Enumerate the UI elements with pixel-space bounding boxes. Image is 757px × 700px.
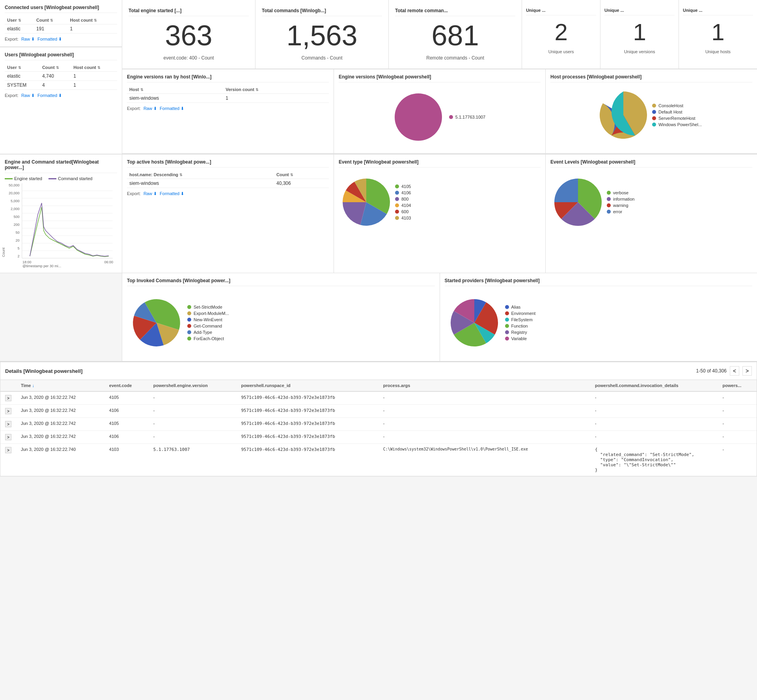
engine-versions-host-panel: Engine versions ran by host [Winlo...] H…	[122, 69, 334, 153]
connected-users-col-user[interactable]: User ⇅	[5, 16, 34, 24]
formatted-export-link[interactable]: Formatted ⬇	[37, 37, 62, 41]
detail-time-2: Jun 3, 2020 @ 16:32:22.742	[16, 405, 104, 418]
total-commands-title: Total commands [Winlogb...]	[262, 8, 382, 16]
users-col-count[interactable]: Count ⇅	[40, 63, 71, 72]
tah-formatted-link[interactable]: Formatted ⬇	[160, 191, 184, 196]
event-type-pie-chart	[341, 173, 392, 232]
unique-hosts-value: 1	[683, 19, 753, 45]
unique-hosts-label: Unique hosts	[683, 49, 753, 54]
unique-versions-panel: Unique ... 1 Unique versions	[600, 0, 679, 69]
top-active-hosts-title: Top active hosts [Winlogbeat powe...]	[127, 159, 329, 168]
tah-export-row: Export: Raw ⬇ Formatted ⬇	[127, 191, 329, 196]
unique-users-value: 2	[526, 19, 596, 45]
unique-versions-label: Unique versions	[604, 49, 675, 54]
unique-users-panel: Unique ... 2 Unique users	[522, 0, 600, 69]
users-col-user[interactable]: User ⇅	[5, 63, 40, 72]
users-col-host[interactable]: Host count ⇅	[71, 63, 117, 72]
expand-btn-2[interactable]: >	[5, 408, 11, 414]
tah-col-host[interactable]: host.name: Descending ⇅	[127, 171, 274, 179]
detail-runspace-4: 9571c109-46c6-423d-b393-972e3e1873fb	[236, 431, 378, 444]
detail-args-1: -	[378, 391, 590, 405]
col-powers[interactable]: powers...	[718, 380, 757, 391]
started-providers-legend: Alias Environment FileSystem Function Re…	[502, 302, 539, 344]
line-chart-svg	[21, 183, 113, 258]
col-time[interactable]: Time ↓	[16, 380, 104, 391]
table-row: elastic 4,740 1	[5, 72, 117, 81]
expand-btn-4[interactable]: >	[5, 434, 11, 440]
detail-powers-4: -	[718, 431, 757, 444]
total-engine-value: 363	[129, 20, 249, 51]
detail-engine-3: -	[149, 418, 237, 431]
detail-time-1: Jun 3, 2020 @ 16:32:22.742	[16, 391, 104, 405]
expand-btn-1[interactable]: >	[5, 395, 11, 401]
expand-btn-5[interactable]: >	[5, 447, 11, 453]
detail-powers-1: -	[718, 391, 757, 405]
detail-row-4: > Jun 3, 2020 @ 16:32:22.742 4106 - 9571…	[0, 431, 757, 444]
top-invoked-commands-pie-chart	[129, 291, 184, 354]
tah-col-count[interactable]: Count ⇅	[274, 171, 329, 179]
connected-users-col-count[interactable]: Count ⇅	[34, 16, 67, 24]
connected-users-col-host[interactable]: Host count ⇅	[68, 16, 117, 24]
engine-command-panel: Engine and Command started[Winlogbeat po…	[0, 155, 122, 273]
ev-export-row: Export: Raw ⬇ Formatted ⬇	[127, 106, 329, 111]
detail-args-3: -	[378, 418, 590, 431]
details-table: Time ↓ event.code powershell.engine.vers…	[0, 380, 757, 476]
ev-raw-link[interactable]: Raw ⬇	[144, 106, 157, 111]
top-invoked-commands-title: Top Invoked Commands [Winlogbeat power..…	[127, 278, 435, 286]
detail-runspace-3: 9571c109-46c6-423d-b393-972e3e1873fb	[236, 418, 378, 431]
detail-code-4: 4106	[104, 431, 149, 444]
event-levels-pie-chart	[552, 173, 604, 232]
pagination: 1-50 of 40,306 < >	[696, 366, 752, 376]
total-engine-title: Total engine started [...]	[129, 8, 249, 16]
col-engine-version[interactable]: powershell.engine.version	[149, 380, 237, 391]
detail-engine-5: 5.1.17763.1007	[149, 444, 237, 476]
ev-col-host[interactable]: Host ⇅	[127, 86, 223, 94]
table-row: SYSTEM 4 1	[5, 81, 117, 90]
details-section: Details [Winlogbeat powershell] 1-50 of …	[0, 362, 757, 477]
engine-versions-pie-panel: Engine versions [Winlogbeat powershell] …	[334, 69, 546, 153]
top-invoked-commands-panel: Top Invoked Commands [Winlogbeat power..…	[122, 273, 440, 361]
event-levels-title: Event Levels [Winlogbeat powershell]	[550, 159, 752, 168]
unique-versions-title: Unique ...	[604, 8, 675, 15]
total-commands-label: Commands - Count	[262, 55, 382, 61]
col-invocation-details[interactable]: powershell.command.invocation_details	[590, 380, 718, 391]
detail-row-3: > Jun 3, 2020 @ 16:32:22.742 4105 - 9571…	[0, 418, 757, 431]
detail-runspace-5: 9571c109-46c6-423d-b393-972e3e1873fb	[236, 444, 378, 476]
tah-raw-link[interactable]: Raw ⬇	[144, 191, 157, 196]
unique-users-title: Unique ...	[526, 8, 596, 15]
details-header-row: Time ↓ event.code powershell.engine.vers…	[0, 380, 757, 391]
detail-code-3: 4105	[104, 418, 149, 431]
col-event-code[interactable]: event.code	[104, 380, 149, 391]
pagination-text: 1-50 of 40,306	[696, 368, 727, 374]
detail-engine-1: -	[149, 391, 237, 405]
event-levels-panel: Event Levels [Winlogbeat powershell]	[546, 155, 757, 273]
export-row: Export: Raw ⬇ Formatted ⬇	[5, 37, 117, 42]
detail-args-2: -	[378, 405, 590, 418]
event-levels-legend: verbose information warning error	[604, 187, 638, 217]
total-commands-panel: Total commands [Winlogb...] 1,563 Comman…	[255, 0, 389, 69]
col-process-args[interactable]: process.args	[378, 380, 590, 391]
users-export-row: Export: Raw ⬇ Formatted ⬇	[5, 93, 117, 98]
unique-hosts-panel: Unique ... 1 Unique hosts	[679, 0, 757, 69]
total-engine-label: event.code: 400 - Count	[129, 55, 249, 61]
detail-engine-2: -	[149, 405, 237, 418]
engine-versions-legend: 5.1.17763.1007	[446, 112, 489, 123]
host-processes-legend: ConsoleHost Default Host ServerRemoteHos…	[649, 100, 705, 130]
detail-row-5: > Jun 3, 2020 @ 16:32:22.740 4103 5.1.17…	[0, 444, 757, 476]
users-formatted-link[interactable]: Formatted ⬇	[37, 93, 62, 98]
host-processes-title: Host processes [Winlogbeat powershell]	[550, 74, 752, 82]
ev-col-version[interactable]: Version count ⇅	[223, 86, 329, 94]
users-raw-link[interactable]: Raw ⬇	[21, 93, 35, 98]
col-runspace-id[interactable]: powershell.runspace_id	[236, 380, 378, 391]
raw-export-link[interactable]: Raw ⬇	[21, 37, 35, 41]
top-invoked-commands-legend: Set-StrictMode Export-ModuleM... New-Win…	[184, 302, 232, 344]
pagination-prev[interactable]: <	[730, 366, 739, 376]
detail-args-5: C:\Windows\system32\WindowsPowerShell\v1…	[378, 444, 590, 476]
detail-powers-2: -	[718, 405, 757, 418]
detail-row-2: > Jun 3, 2020 @ 16:32:22.742 4106 - 9571…	[0, 405, 757, 418]
details-title: Details [Winlogbeat powershell]	[5, 368, 82, 374]
engine-versions-host-title: Engine versions ran by host [Winlo...]	[127, 74, 329, 82]
expand-btn-3[interactable]: >	[5, 421, 11, 427]
ev-formatted-link[interactable]: Formatted ⬇	[160, 106, 184, 111]
pagination-next[interactable]: >	[742, 366, 752, 376]
